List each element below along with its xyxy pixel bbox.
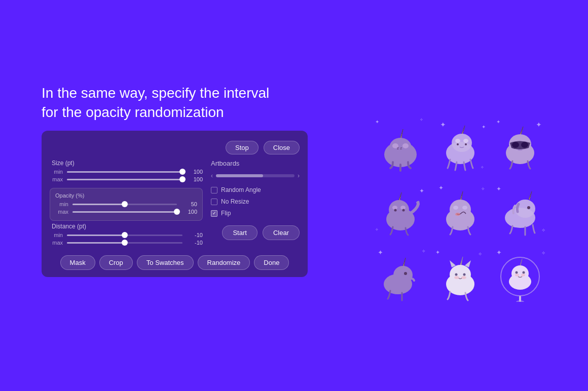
headline-line1: In the same way, specify the interval — [42, 84, 269, 103]
sparkle-icon: ✧ — [375, 227, 379, 232]
unicorn-cell-4: ✦ ✧ — [373, 181, 428, 242]
randomize-button[interactable]: Randomize — [198, 255, 250, 270]
scroll-right-arrow[interactable]: › — [298, 172, 300, 179]
sparkle-icon: ✦ — [496, 249, 502, 256]
flip-label: Flip — [221, 210, 231, 217]
panel-actions: Start Clear — [211, 225, 300, 240]
svg-point-36 — [454, 276, 459, 279]
svg-point-8 — [463, 139, 468, 143]
unicorn-cell-3: ✦ ✦ — [492, 116, 548, 177]
controls-left: Size (pt) min 100 max 100 — [50, 160, 203, 249]
distance-min-value: -10 — [187, 232, 203, 238]
size-max-slider[interactable] — [67, 179, 182, 180]
stop-button[interactable]: Stop — [226, 141, 259, 154]
random-angle-row: Random Angle — [211, 186, 300, 193]
panel-body: Size (pt) min 100 max 100 — [50, 160, 300, 249]
size-group: Size (pt) min 100 max 100 — [50, 160, 203, 184]
size-min-label: min — [50, 169, 63, 175]
svg-point-10 — [465, 143, 467, 145]
sparkle-icon: ✦ — [375, 119, 379, 125]
size-max-row: max 100 — [50, 176, 203, 182]
no-resize-label: No Resize — [221, 198, 249, 205]
distance-min-slider[interactable] — [67, 234, 182, 236]
no-resize-checkbox[interactable] — [211, 199, 217, 205]
size-label: Size (pt) — [50, 160, 203, 167]
flip-checkbox[interactable]: ✓ — [211, 210, 217, 217]
sparkle-icon: ✦ — [438, 184, 444, 191]
unicorn-cell-1: ✦ ✧ z z — [373, 116, 428, 177]
svg-point-28 — [527, 206, 530, 209]
sparkle-icon: ✦ — [440, 121, 446, 129]
opacity-max-row: max 100 — [55, 209, 197, 215]
size-min-slider[interactable] — [67, 171, 182, 173]
opacity-min-label: min — [55, 201, 68, 207]
distance-max-row: max -10 — [50, 240, 203, 246]
unicorn-cell-9: ✦ ✧ — [492, 246, 548, 307]
sparkle-icon: ✦ — [419, 187, 424, 194]
unicorn-4 — [378, 186, 423, 237]
headline-line2: for the opacity randomization — [42, 103, 269, 122]
sparkle-icon: ✧ — [481, 186, 485, 191]
random-angle-checkbox[interactable] — [211, 187, 217, 193]
unicorn-cell-8: ✦ ✧ — [432, 246, 488, 307]
artboards-label: Artboards — [211, 160, 300, 167]
unicorn-2 — [437, 122, 483, 172]
distance-label: Distance (pt) — [50, 223, 203, 230]
crop-button[interactable]: Crop — [99, 255, 133, 270]
svg-point-31 — [404, 272, 407, 275]
sparkle-icon: ✦ — [482, 124, 486, 130]
svg-point-43 — [515, 274, 519, 277]
svg-point-6 — [452, 134, 472, 152]
controls-right: Artboards ‹ › Random Angle No Resize — [211, 160, 300, 249]
scroll-track — [216, 174, 295, 177]
to-swatches-button[interactable]: To Swatches — [137, 255, 194, 270]
distance-max-label: max — [50, 240, 63, 246]
random-angle-label: Random Angle — [221, 186, 261, 193]
sparkle-icon: ✧ — [541, 250, 545, 256]
svg-point-19 — [394, 209, 397, 212]
svg-point-46 — [516, 300, 524, 302]
scroll-left-arrow[interactable]: ‹ — [211, 172, 213, 179]
opacity-max-value: 100 — [181, 209, 197, 215]
unicorn-cell-2: ✦ ✦ ✧ — [432, 116, 488, 177]
opacity-max-slider[interactable] — [72, 211, 177, 213]
unicorn-3-mask — [497, 122, 543, 172]
panel-toolbar: Mask Crop To Swatches Randomize Done — [50, 255, 300, 270]
distance-min-label: min — [50, 232, 63, 238]
distance-max-slider[interactable] — [67, 242, 182, 244]
svg-point-34 — [455, 273, 458, 276]
unicorn-5 — [437, 186, 483, 237]
svg-point-14 — [521, 142, 528, 148]
artboards-scroll[interactable]: ‹ › — [211, 172, 300, 179]
opacity-min-value: 50 — [181, 201, 197, 207]
start-button[interactable]: Start — [222, 225, 257, 240]
size-max-label: max — [50, 176, 63, 182]
size-max-value: 100 — [187, 176, 203, 182]
opacity-max-label: max — [55, 209, 68, 215]
done-button[interactable]: Done — [254, 255, 289, 270]
distance-group: Distance (pt) min -10 max -10 — [50, 223, 203, 247]
mask-button[interactable]: Mask — [60, 255, 95, 270]
svg-point-37 — [461, 276, 466, 279]
panel-top-row: Stop Close — [50, 141, 300, 154]
svg-point-42 — [523, 271, 525, 274]
unicorn-cell-7: ✦ ✧ — [373, 246, 428, 307]
distance-max-value: -10 — [187, 240, 203, 246]
svg-point-24 — [462, 206, 467, 210]
unicorn-1: z z — [378, 122, 423, 172]
clear-button[interactable]: Clear — [263, 225, 300, 240]
svg-point-20 — [402, 209, 405, 212]
sparkle-icon: ✦ — [536, 121, 542, 129]
opacity-min-slider[interactable] — [72, 204, 177, 205]
unicorn-8-white — [437, 251, 483, 302]
unicorn-7-side2 — [378, 251, 423, 302]
sparkle-icon: ✧ — [420, 118, 423, 122]
close-button[interactable]: Close — [264, 141, 300, 154]
unicorn-9-circle — [497, 251, 543, 302]
sparkle-icon: ✧ — [481, 165, 484, 170]
svg-text:z z: z z — [397, 146, 402, 150]
sparkle-icon: ✦ — [435, 249, 440, 256]
unicorn-grid: ✦ ✧ z z ✦ ✦ ✧ — [373, 116, 548, 307]
unicorn-cell-6: ✦ ✧ — [492, 181, 548, 242]
svg-point-22 — [450, 200, 471, 220]
